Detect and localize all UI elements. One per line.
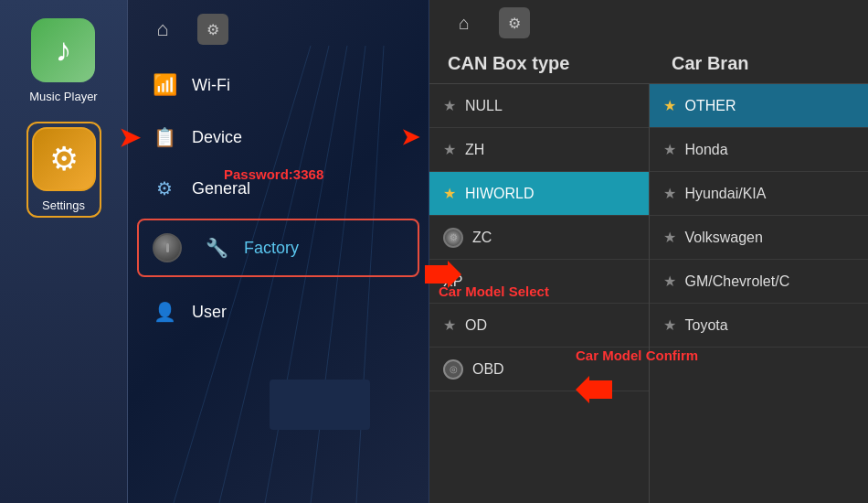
- zc-gear-icon: ⚙: [443, 228, 463, 248]
- brand-item-other[interactable]: ★ OTHER: [650, 84, 869, 128]
- hyundai-label: Hyundai/KIA: [685, 186, 767, 202]
- hiworld-star-icon: ★: [443, 185, 456, 202]
- music-player-icon-box: ♪: [31, 18, 95, 82]
- factory-wrench-icon: 🔧: [203, 237, 230, 259]
- home-button[interactable]: ⌂: [146, 15, 179, 44]
- settings-button[interactable]: ⚙: [197, 14, 228, 45]
- column-headers: CAN Box type Car Bran: [429, 46, 868, 84]
- right-home-icon: ⌂: [459, 13, 470, 34]
- zh-star-icon: ★: [443, 141, 456, 158]
- sidebar: ♪ Music Player ⚙ Settings: [0, 0, 128, 503]
- right-panel: ⌂ ⚙ CAN Box type Car Bran ★ NULL ★: [429, 0, 868, 503]
- toyota-star-icon: ★: [663, 316, 676, 334]
- honda-star-icon: ★: [663, 141, 676, 158]
- factory-knob[interactable]: [153, 233, 182, 262]
- right-top-bar: ⌂ ⚙: [429, 0, 868, 46]
- factory-label: Factory: [244, 239, 299, 258]
- car-brand-header: Car Bran: [653, 53, 868, 74]
- arrow-right-svg: [425, 261, 461, 288]
- can-column-right: ★ OTHER ★ Honda ★ Hyundai/KIA ★ Volkswag…: [650, 84, 869, 503]
- can-item-od[interactable]: ★ OD: [429, 304, 649, 348]
- other-label: OTHER: [685, 98, 736, 114]
- od-star-icon: ★: [443, 316, 456, 334]
- hyundai-star-icon: ★: [663, 185, 676, 202]
- gm-star-icon: ★: [663, 273, 676, 290]
- right-settings-icon: ⚙: [508, 15, 521, 32]
- password-annotation: Password:3368: [224, 166, 323, 182]
- brand-item-volkswagen[interactable]: ★ Volkswagen: [650, 216, 869, 260]
- od-label: OD: [465, 317, 487, 334]
- device-label: Device: [192, 128, 242, 147]
- can-item-null[interactable]: ★ NULL: [429, 84, 649, 128]
- confirm-arrow-svg: [576, 376, 612, 403]
- device-right-arrow-icon: ➤: [401, 124, 419, 150]
- menu-item-user[interactable]: 👤 User: [128, 286, 429, 337]
- hiworld-label: HIWORLD: [465, 186, 535, 202]
- menu-item-wifi[interactable]: 📶 Wi-Fi: [128, 59, 429, 112]
- car-model-confirm-text: Car Model Confirm: [576, 348, 698, 363]
- other-star-icon: ★: [663, 97, 676, 114]
- middle-panel: ⌂ ⚙ 📶 Wi-Fi ➤ 📋 Device ➤ Password:336: [128, 0, 429, 503]
- user-label: User: [192, 303, 227, 322]
- music-note-icon: ♪: [55, 31, 71, 70]
- device-icon: 📋: [151, 126, 178, 148]
- brand-item-gm[interactable]: ★ GM/Chevrolet/C: [650, 260, 869, 304]
- zh-label: ZH: [465, 142, 484, 158]
- device-arrow-icon: ➤: [119, 123, 140, 153]
- svg-marker-5: [425, 261, 461, 288]
- right-home-button[interactable]: ⌂: [448, 8, 481, 37]
- settings-icon-box: ⚙: [32, 127, 96, 191]
- menu-item-device[interactable]: ➤ 📋 Device ➤: [128, 112, 429, 163]
- gm-label: GM/Chevrolet/C: [685, 273, 790, 290]
- zc-label: ZC: [472, 230, 492, 246]
- can-item-zc[interactable]: ⚙ ZC: [429, 216, 649, 260]
- settings-icon: ⚙: [206, 21, 219, 38]
- null-star-icon: ★: [443, 97, 456, 114]
- wifi-icon: 📶: [151, 73, 178, 97]
- home-icon: ⌂: [156, 17, 168, 41]
- honda-label: Honda: [685, 142, 728, 158]
- brand-item-toyota[interactable]: ★ Toyota: [650, 304, 869, 348]
- car-model-confirm-annotation: Car Model Confirm: [576, 348, 698, 363]
- toyota-label: Toyota: [685, 317, 728, 334]
- confirm-area-box: [270, 380, 370, 430]
- user-icon: 👤: [151, 301, 178, 323]
- general-icon: ⚙: [151, 177, 178, 199]
- settings-app-icon[interactable]: ⚙ Settings: [26, 122, 101, 218]
- null-label: NULL: [465, 98, 503, 114]
- obd-icon: ◎: [443, 359, 463, 380]
- right-panel-wrapper: ⌂ ⚙ CAN Box type Car Bran ★ NULL ★: [429, 0, 868, 503]
- right-settings-button[interactable]: ⚙: [499, 7, 530, 38]
- vw-star-icon: ★: [663, 229, 676, 246]
- vw-label: Volkswagen: [685, 230, 763, 246]
- can-box-type-header: CAN Box type: [429, 53, 653, 74]
- can-item-hiworld[interactable]: ★ HIWORLD: [429, 172, 649, 216]
- car-model-confirm-arrow: [576, 376, 612, 407]
- settings-gear-icon: ⚙: [49, 140, 79, 178]
- password-text: Password:3368: [224, 166, 323, 182]
- obd-label: OBD: [472, 361, 504, 378]
- brand-item-hyundai[interactable]: ★ Hyundai/KIA: [650, 172, 869, 216]
- wifi-label: Wi-Fi: [192, 76, 230, 95]
- can-item-zh[interactable]: ★ ZH: [429, 128, 649, 172]
- music-player-icon[interactable]: ♪ Music Player: [29, 18, 97, 103]
- music-player-label: Music Player: [29, 90, 97, 103]
- middle-top-bar: ⌂ ⚙: [128, 9, 429, 59]
- car-model-select-arrow: [425, 261, 461, 292]
- brand-item-honda[interactable]: ★ Honda: [650, 128, 869, 172]
- menu-item-factory[interactable]: 🔧 Factory: [137, 219, 419, 277]
- svg-marker-6: [576, 376, 612, 403]
- settings-label: Settings: [42, 198, 85, 212]
